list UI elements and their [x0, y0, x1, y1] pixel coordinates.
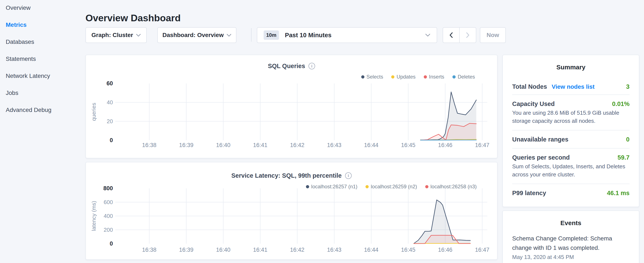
graph-scope-dropdown[interactable]: Graph: Cluster [86, 27, 147, 43]
previous-time-button[interactable] [443, 28, 459, 43]
svg-text:16:47: 16:47 [475, 142, 490, 148]
sidebar-item-metrics[interactable]: Metrics [0, 21, 86, 29]
events-list: Schema Change Completed: Schema change w… [503, 234, 639, 260]
summary-row-value: 0.01% [612, 100, 630, 107]
summary-row-description: You are using 28.6 MiB of 515.9 GiB usab… [512, 109, 630, 125]
svg-text:600: 600 [104, 199, 113, 205]
summary-row-label: Capacity Used [512, 100, 555, 107]
svg-text:16:43: 16:43 [327, 142, 342, 148]
summary-row: Unavailable ranges0 [512, 130, 630, 149]
svg-text:16:38: 16:38 [142, 142, 156, 148]
svg-text:16:42: 16:42 [290, 247, 304, 253]
sidebar-item-network-latency[interactable]: Network Latency [0, 72, 86, 80]
summary-row-head: Unavailable ranges0 [512, 136, 630, 143]
view-nodes-list-link[interactable]: View nodes list [552, 83, 595, 90]
summary-row-label: Total Nodes [512, 83, 547, 90]
service-latency-chart-card: Service Latency: SQL, 99th percentileloc… [86, 162, 498, 260]
chevron-down-icon [136, 34, 141, 37]
next-time-button[interactable] [459, 28, 476, 43]
summary-row-value: 3 [626, 83, 630, 90]
events-panel: Events Schema Change Completed: Schema c… [502, 210, 639, 263]
event-message: Schema Change Completed: Schema change w… [512, 234, 618, 252]
svg-text:60: 60 [106, 80, 113, 87]
sql-queries-chart-card: SQL QueriesSelectsUpdatesInsertsDeletes0… [86, 55, 498, 158]
summary-row-value: 0 [626, 136, 630, 143]
summary-row-value: 46.1 ms [607, 190, 630, 197]
dashboard-dropdown[interactable]: Dashboard: Overview [157, 27, 236, 43]
chevron-right-icon [466, 32, 470, 38]
time-range-selector[interactable]: 10m Past 10 Minutes [257, 27, 437, 43]
sidebar-item-jobs[interactable]: Jobs [0, 89, 86, 97]
svg-text:16:45: 16:45 [401, 142, 416, 148]
time-step-buttons [443, 27, 476, 43]
svg-text:16:46: 16:46 [438, 142, 452, 148]
chevron-down-icon [425, 34, 430, 37]
summary-row: P99 latency46.1 ms [512, 184, 630, 202]
svg-text:800: 800 [103, 185, 113, 191]
svg-text:16:39: 16:39 [179, 247, 194, 253]
summary-row-head: Queries per second59.7 [512, 154, 630, 161]
events-title: Events [503, 211, 639, 227]
summary-row-label: Queries per second [512, 154, 570, 161]
db-console-page: { "header": { "title": "Overview Dashboa… [0, 0, 644, 263]
event-item[interactable]: Schema Change Completed: Schema change w… [512, 234, 630, 260]
svg-text:16:41: 16:41 [253, 142, 268, 148]
summary-panel: Summary Total NodesView nodes list3Capac… [502, 55, 639, 207]
summary-row: Queries per second59.7Sum of Selects, Up… [512, 149, 630, 184]
svg-text:0: 0 [110, 137, 113, 143]
now-button[interactable]: Now [480, 27, 506, 43]
service-latency-plot[interactable]: 020040060080016:3816:3916:4016:4116:4216… [86, 162, 497, 259]
svg-text:20: 20 [107, 118, 113, 124]
summary-row-head: Capacity Used0.01% [512, 100, 630, 107]
summary-row-label: P99 latency [512, 190, 546, 197]
summary-row-head: Total NodesView nodes list3 [512, 83, 630, 90]
svg-text:16:39: 16:39 [179, 142, 194, 148]
summary-row-description: Sum of Selects, Updates, Inserts, and De… [512, 162, 630, 178]
svg-text:16:43: 16:43 [327, 247, 342, 253]
svg-text:queries: queries [90, 103, 97, 121]
page-title: Overview Dashboard [86, 12, 181, 24]
svg-text:16:45: 16:45 [401, 247, 416, 253]
svg-text:16:44: 16:44 [364, 142, 378, 148]
summary-row-head: P99 latency46.1 ms [512, 190, 630, 197]
summary-row: Total NodesView nodes list3 [512, 83, 630, 95]
svg-text:16:40: 16:40 [216, 142, 230, 148]
svg-text:200: 200 [104, 227, 113, 233]
chevron-down-icon [227, 34, 231, 37]
summary-row-label: Unavailable ranges [512, 136, 568, 143]
event-timestamp: May 13, 2020 at 4:45 PM [512, 254, 630, 260]
time-range-badge: 10m [264, 31, 279, 40]
sidebar-item-databases[interactable]: Databases [0, 38, 86, 46]
svg-text:16:42: 16:42 [290, 142, 304, 148]
svg-text:16:44: 16:44 [364, 247, 378, 253]
sidebar-item-statements[interactable]: Statements [0, 55, 86, 63]
summary-rows: Total NodesView nodes list3Capacity Used… [512, 83, 630, 202]
svg-text:400: 400 [104, 213, 113, 219]
sidebar: OverviewMetricsDatabasesStatementsNetwor… [0, 0, 86, 263]
svg-text:16:47: 16:47 [475, 247, 490, 253]
time-range-label: Past 10 Minutes [285, 32, 332, 39]
sidebar-item-advanced-debug[interactable]: Advanced Debug [0, 106, 86, 114]
chevron-left-icon [450, 32, 453, 38]
summary-title: Summary [503, 55, 639, 71]
svg-text:latency (ms): latency (ms) [90, 201, 97, 231]
svg-text:16:40: 16:40 [216, 247, 230, 253]
svg-text:16:46: 16:46 [438, 247, 452, 253]
svg-text:16:38: 16:38 [142, 247, 156, 253]
svg-text:16:41: 16:41 [253, 247, 268, 253]
sidebar-item-overview[interactable]: Overview [0, 4, 86, 12]
graph-scope-label: Graph: Cluster [92, 32, 133, 39]
svg-text:40: 40 [107, 99, 113, 106]
summary-row-value: 59.7 [618, 154, 630, 161]
svg-text:0: 0 [110, 240, 113, 247]
sql-queries-plot[interactable]: 020406016:3816:3916:4016:4116:4216:4316:… [86, 55, 497, 158]
controls-divider [251, 28, 252, 42]
main-content: Overview Dashboard Graph: Cluster Dashbo… [86, 0, 644, 263]
summary-row: Capacity Used0.01%You are using 28.6 MiB… [512, 95, 630, 130]
dashboard-dropdown-label: Dashboard: Overview [162, 32, 224, 39]
